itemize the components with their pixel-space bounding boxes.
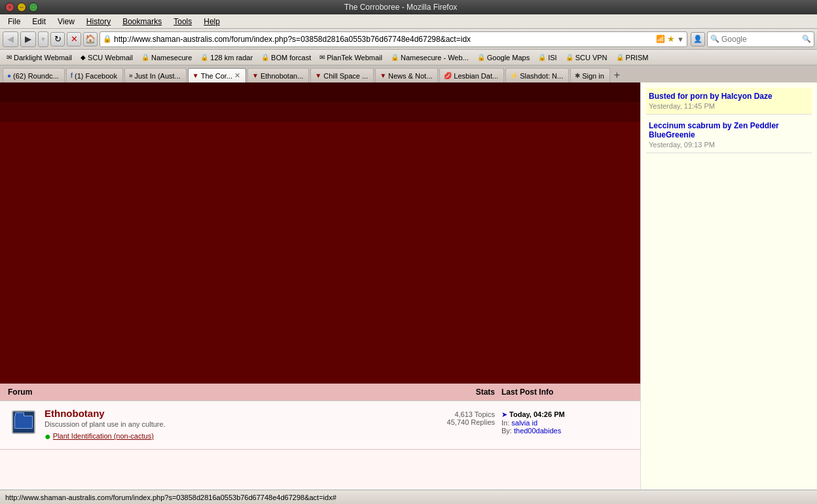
toolbar: ◀ ▶ ▼ ↻ ✕ 🏠 🔒 📶 ★ ▼ 👤 🔍 🔍: [0, 29, 817, 50]
url-input[interactable]: [114, 35, 654, 44]
tab-close-button[interactable]: ✕: [234, 71, 240, 80]
forum-table: Forum Stats Last Post Info Ethnobotany D…: [0, 384, 640, 490]
bm-icon-128km: 🔒: [200, 54, 208, 61]
rss-icon[interactable]: 📶: [656, 35, 665, 43]
bookmarks-bar: ✉ Darklight Webmail ◆ SCU Webmail 🔒 Name…: [0, 50, 817, 65]
bm-scu-vpn[interactable]: 🔒 SCU VPN: [562, 52, 611, 63]
persona-button[interactable]: 👤: [691, 32, 705, 46]
status-url: http://www.shaman-australis.com/forum/in…: [5, 494, 336, 501]
subforum-link[interactable]: Plant Identification (non-cactus): [53, 432, 154, 440]
bm-plantek-webmail[interactable]: ✉ PlanTek Webmail: [316, 52, 386, 63]
maximize-button[interactable]: □: [29, 3, 38, 12]
sidebar-post-0: Busted for porn by Halcyon Daze Yesterda…: [646, 88, 812, 115]
forum-name-ethnobotany[interactable]: Ethnobotany: [45, 408, 105, 419]
tab-icon-chillspace: ▼: [315, 72, 321, 79]
lastpost-date-line: ➤ Today, 04:26 PM: [501, 410, 632, 419]
forum-col-header-stats: Stats: [423, 387, 501, 397]
forum-banner-top: [0, 82, 640, 102]
home-button[interactable]: 🏠: [83, 32, 98, 46]
sidebar-post-meta-1: Yesterday, 09:13 PM: [649, 141, 809, 149]
lastpost-in-label: In:: [501, 419, 511, 427]
subforum-dot-icon: ●: [45, 431, 51, 442]
bm-scu-webmail[interactable]: ◆ SCU Webmail: [77, 52, 137, 63]
search-go-button[interactable]: 🔍: [802, 35, 811, 43]
back-button[interactable]: ◀: [3, 31, 18, 47]
lastpost-by-link[interactable]: thed00dabides: [514, 427, 561, 435]
stop-button[interactable]: ✕: [67, 32, 81, 46]
minimize-button[interactable]: –: [17, 3, 26, 12]
url-bar-container: 🔒 📶 ★ ▼: [100, 31, 687, 47]
search-input[interactable]: [721, 35, 800, 44]
forum-col-header-forum: Forum: [8, 387, 423, 397]
bm-icon-namesecure: 🔒: [141, 54, 149, 61]
forum-details-ethnobotany: Ethnobotany Discussion of plant use in a…: [39, 408, 423, 442]
tab-lesbiandat[interactable]: 💋 Lesbian Dat...: [439, 68, 504, 82]
forum-table-header: Forum Stats Last Post Info: [0, 384, 640, 401]
new-tab-button[interactable]: +: [611, 69, 623, 81]
bm-icon-namesecure2: 🔒: [391, 54, 399, 61]
forum-lastpost-ethnobotany: ➤ Today, 04:26 PM In: salvia id By: thed…: [501, 408, 632, 435]
tab-justin[interactable]: » Just In (Aust...: [124, 68, 187, 82]
forward-dropdown[interactable]: ▼: [38, 31, 48, 47]
folder-body: [14, 416, 33, 429]
menu-tools[interactable]: Tools: [168, 16, 197, 27]
reload-button[interactable]: ↻: [50, 32, 65, 46]
sidebar-post-meta-0: Yesterday, 11:45 PM: [649, 102, 809, 110]
bm-google-maps[interactable]: 🔒 Google Maps: [473, 52, 534, 63]
bm-icon-scuvpn: 🔒: [566, 54, 573, 61]
window-title: The Corroboree - Mozilla Firefox: [42, 3, 759, 12]
bm-bom-forcast[interactable]: 🔒 BOM forcast: [257, 52, 315, 63]
menu-bookmarks[interactable]: Bookmarks: [117, 16, 167, 27]
tab-chillspace[interactable]: ▼ Chill Space ...: [310, 68, 374, 82]
sidebar-post-title-0[interactable]: Busted for porn by Halcyon Daze: [649, 92, 809, 101]
tab-icon-newsnot: ▼: [380, 72, 386, 79]
menu-help[interactable]: Help: [198, 16, 225, 27]
bm-darklight-webmail[interactable]: ✉ Darklight Webmail: [3, 52, 76, 63]
menu-file[interactable]: File: [3, 16, 26, 27]
forum-desc-ethnobotany: Discussion of plant use in any culture.: [45, 420, 423, 428]
bm-icon-gmaps: 🔒: [477, 54, 485, 61]
content-area: Forum Stats Last Post Info Ethnobotany D…: [0, 82, 817, 490]
forum-banner-main: [0, 122, 640, 384]
menu-edit[interactable]: Edit: [27, 16, 51, 27]
menubar: File Edit View History Bookmarks Tools H…: [0, 14, 817, 29]
bm-icon-darklight: ✉: [7, 54, 12, 61]
tab-newsnot[interactable]: ▼ News & Not...: [375, 68, 438, 82]
tab-signin[interactable]: ✱ Sign in: [570, 68, 610, 82]
forward-button[interactable]: ▶: [20, 31, 36, 47]
tab-corroboree[interactable]: ▼ The Cor... ✕: [188, 68, 246, 82]
bm-icon-isi: 🔒: [538, 54, 546, 61]
forum-replies: 45,740 Replies: [423, 418, 495, 426]
tab-icon-ethnobotany: ▼: [252, 72, 259, 79]
forum-col-header-lastpost: Last Post Info: [501, 387, 632, 397]
close-button[interactable]: ×: [5, 3, 14, 12]
bm-namesecure-web[interactable]: 🔒 Namesecure - Web...: [387, 52, 473, 63]
tabs-bar: ● (62) Roundc... f (1) Facebook » Just I…: [0, 65, 817, 82]
forum-row-ethnobotany: Ethnobotany Discussion of plant use in a…: [0, 401, 640, 450]
url-dropdown-icon[interactable]: ▼: [677, 35, 684, 43]
menu-view[interactable]: View: [52, 16, 80, 27]
tab-icon-corroboree: ▼: [192, 72, 199, 79]
forum-banner-nav: [0, 102, 640, 122]
bookmark-star-icon[interactable]: ★: [667, 34, 675, 44]
sidebar-post-1: Leccinum scabrum by Zen Peddler BlueGree…: [646, 117, 812, 153]
lastpost-arrow-icon: ➤: [501, 410, 507, 418]
tab-roundcube[interactable]: ● (62) Roundc...: [3, 68, 65, 82]
lastpost-in-link[interactable]: salvia id: [511, 419, 537, 427]
tab-icon-slashdot: ⚡: [510, 72, 518, 79]
bm-prism[interactable]: 🔒 PRISM: [612, 52, 653, 63]
tab-icon-roundcube: ●: [7, 72, 11, 79]
titlebar: × – □ The Corroboree - Mozilla Firefox: [0, 0, 817, 14]
search-engine-icon: 🔍: [710, 35, 719, 43]
forum-icon-ethnobotany: [8, 408, 39, 434]
right-sidebar: Busted for porn by Halcyon Daze Yesterda…: [640, 82, 817, 490]
tab-slashdot[interactable]: ⚡ Slashdot: N...: [505, 68, 569, 82]
sidebar-post-title-1[interactable]: Leccinum scabrum by Zen Peddler BlueGree…: [649, 121, 809, 139]
bm-isi[interactable]: 🔒 ISI: [534, 52, 560, 63]
bm-128km-radar[interactable]: 🔒 128 km radar: [196, 52, 257, 63]
tab-ethnobotany[interactable]: ▼ Ethnobotan...: [247, 68, 309, 82]
menu-history[interactable]: History: [81, 16, 116, 27]
bm-namesecure[interactable]: 🔒 Namesecure: [137, 52, 196, 63]
statusbar: http://www.shaman-australis.com/forum/in…: [0, 490, 817, 504]
tab-facebook[interactable]: f (1) Facebook: [66, 68, 123, 82]
